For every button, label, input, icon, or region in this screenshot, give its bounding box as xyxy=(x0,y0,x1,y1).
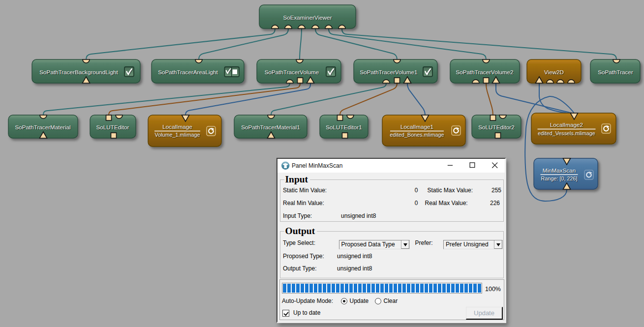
svg-text:edited_Bones.mlimage: edited_Bones.mlimage xyxy=(390,132,444,138)
svg-text:View2D: View2D xyxy=(544,69,564,75)
svg-text:LocalImage2: LocalImage2 xyxy=(550,121,583,128)
svg-text:LocalImage1: LocalImage1 xyxy=(400,123,433,130)
svg-text:SoPathTracerMaterial1: SoPathTracerMaterial1 xyxy=(241,124,300,130)
svg-text:LocalImage: LocalImage xyxy=(162,123,192,130)
svg-text:Volume_1.mlimage: Volume_1.mlimage xyxy=(155,132,200,138)
svg-text:SoPathTracerVolume2: SoPathTracerVolume2 xyxy=(456,69,513,75)
svg-text:Range: [0, 226]: Range: [0, 226] xyxy=(541,176,578,181)
svg-text:SoPathTracer: SoPathTracer xyxy=(598,69,633,75)
svg-text:SoPathTracerBackgroundLight: SoPathTracerBackgroundLight xyxy=(39,69,118,75)
svg-text:SoExaminerViewer: SoExaminerViewer xyxy=(283,14,332,21)
svg-text:SoLUTEditor2: SoLUTEditor2 xyxy=(478,124,514,130)
svg-text:SoLUTEditor1: SoLUTEditor1 xyxy=(326,124,362,130)
svg-text:SoLUTEditor: SoLUTEditor xyxy=(96,124,129,130)
svg-text:edited_Vessels.mlimage: edited_Vessels.mlimage xyxy=(538,130,595,136)
svg-text:SoPathTracerMaterial: SoPathTracerMaterial xyxy=(15,124,70,130)
svg-text:MinMaxScan: MinMaxScan xyxy=(543,167,576,174)
svg-text:SoPathTracerAreaLight: SoPathTracerAreaLight xyxy=(158,69,218,75)
svg-text:SoPathTracerVolume1: SoPathTracerVolume1 xyxy=(360,69,417,75)
svg-text:SoPathTracerVolume: SoPathTracerVolume xyxy=(265,69,319,75)
